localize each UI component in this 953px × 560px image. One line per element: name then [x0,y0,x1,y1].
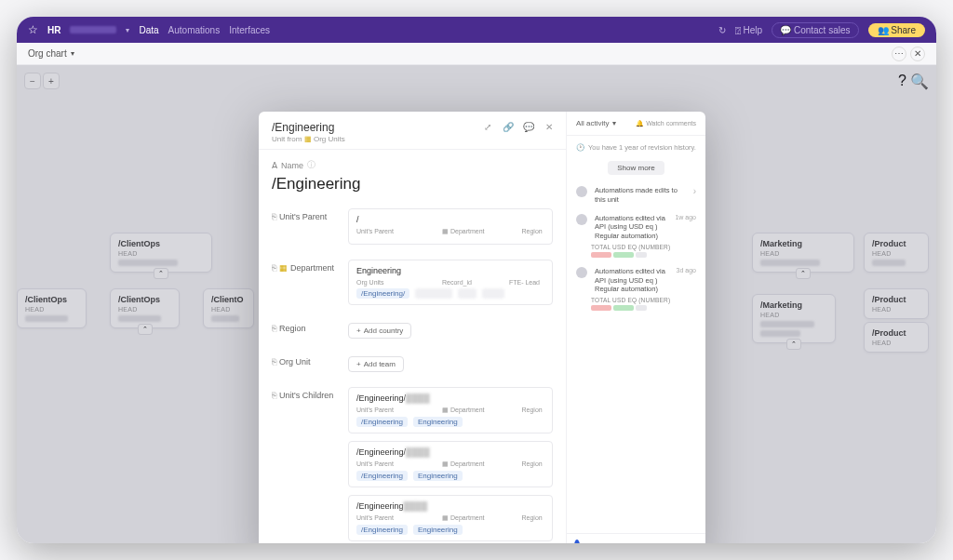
chevron-down-icon: ▾ [612,119,616,127]
child-unit-card[interactable]: /Engineering/████ Unit's Parent▦ Departm… [348,441,553,487]
field-label-parent: ⎘Unit's Parent [272,208,339,221]
app-window: ☆ HR ▾ Data Automations Interfaces ↻ ⍰ H… [17,17,936,543]
settings-icon[interactable]: ⋯ [892,47,906,61]
chevron-down-icon[interactable]: ▾ [126,26,129,34]
subheader: Org chart ▾ ⋯ ✕ [17,43,936,65]
show-more-button[interactable]: Show more [608,161,664,175]
name-field-label: 𝖠 Name ⓘ [272,159,553,171]
comment-icon[interactable]: 💬 [521,119,536,134]
activity-filter-dropdown[interactable]: All activity ▾ [576,119,616,127]
expand-icon[interactable]: ⤢ [480,119,495,134]
record-name[interactable]: /Engineering [272,175,553,193]
clock-icon: 🕑 [576,143,584,152]
comment-composer: A ☺ [567,533,705,543]
avatar [576,267,587,278]
chevron-down-icon[interactable]: ▾ [71,49,74,58]
history-icon[interactable]: ↻ [718,25,726,35]
link-icon[interactable]: 🔗 [501,119,516,134]
org-chart-canvas[interactable]: − + ? 🔍 /ClientOps HEAD ⌃ /ClientOps HEA… [17,65,936,543]
modal-header: /Engineering Unit from ▦ Org Units ⤢ 🔗 💬… [259,112,566,150]
nav-interfaces[interactable]: Interfaces [229,25,270,35]
info-icon[interactable]: ⓘ [307,159,315,171]
child-unit-card[interactable]: /Engineering████ Unit's Parent▦ Departme… [348,495,553,541]
watch-comments-button[interactable]: 🔔 Watch comments [636,120,696,127]
person-icon: 𝖠 [272,161,277,170]
star-icon: ☆ [28,23,38,36]
workspace-name[interactable] [70,26,116,33]
view-title[interactable]: Org chart [28,48,67,59]
child-unit-card[interactable]: /Engineering/████ Unit's Parent▦ Departm… [348,387,553,433]
record-modal: /Engineering Unit from ▦ Org Units ⤢ 🔗 💬… [259,112,705,543]
add-team-button[interactable]: + Add team [348,356,404,372]
close-view-icon[interactable]: ✕ [910,47,925,61]
add-country-button[interactable]: + Add country [348,323,411,339]
close-icon[interactable]: ✕ [542,119,557,134]
revision-note: 🕑You have 1 year of revision history. [576,143,696,152]
field-label-department: ⎘▦Department [272,260,339,273]
field-label-region: ⎘Region [272,320,339,333]
activity-item: Automations edited via API (using USD eq… [576,267,696,311]
comment-input[interactable] [585,542,683,544]
avatar [576,186,587,197]
topbar: ☆ HR ▾ Data Automations Interfaces ↻ ⍰ H… [17,17,936,43]
share-button[interactable]: 👥 Share [868,23,925,37]
nav-automations[interactable]: Automations [168,25,221,35]
activity-item: Automations made edits to this unit› [576,186,696,205]
department-value-card[interactable]: Engineering Org UnitsRecord_idFTE- Lead … [348,260,553,305]
parent-value-card[interactable]: / Unit's Parent▦ DepartmentRegion [348,208,553,245]
activity-item: Automations edited via API (using USD eq… [576,214,696,258]
chevron-right-icon[interactable]: › [693,186,696,196]
record-breadcrumb: Unit from ▦ Org Units [272,135,553,143]
activity-sidebar: All activity ▾ 🔔 Watch comments 🕑You hav… [566,112,705,543]
nav-data[interactable]: Data [139,25,158,35]
contact-sales-button[interactable]: 💬 Contact sales [772,22,858,38]
modal-body: 𝖠 Name ⓘ /Engineering ⎘Unit's Parent / U… [259,150,566,543]
brand: HR [47,25,60,35]
field-label-orgunit: ⎘Org Unit [272,353,339,367]
avatar [576,214,587,225]
help-link[interactable]: ⍰ Help [735,25,762,35]
emoji-icon[interactable]: ☺ [689,541,698,544]
field-label-children: ⎘Unit's Children [272,387,339,400]
user-avatar: A [574,540,580,543]
